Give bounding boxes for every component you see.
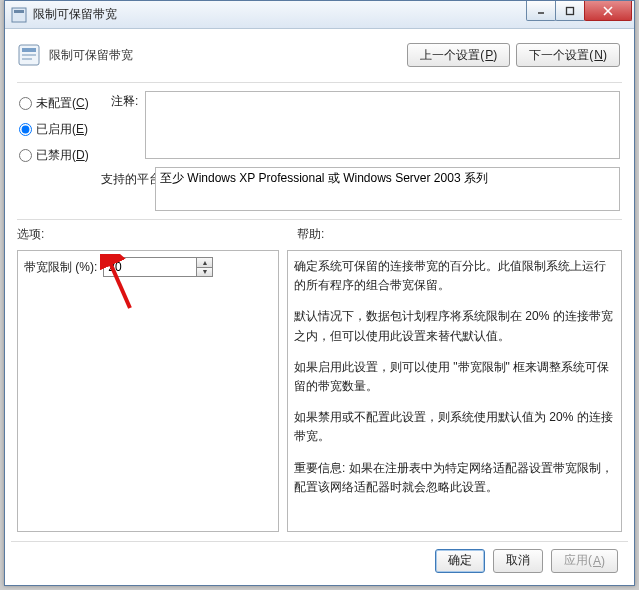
state-radio-group: 未配置(C) 已启用(E) 已禁用(D) <box>19 93 105 171</box>
bandwidth-limit-spinner[interactable]: ▲ ▼ <box>103 257 213 277</box>
comment-label: 注释: <box>111 93 138 110</box>
svg-rect-3 <box>567 7 574 14</box>
policy-icon <box>17 43 41 67</box>
maximize-button[interactable] <box>555 1 585 21</box>
dialog-footer: 确定 取消 应用(A) <box>11 541 628 579</box>
bandwidth-limit-input[interactable] <box>104 258 194 276</box>
help-p4: 如果禁用或不配置此设置，则系统使用默认值为 20% 的连接带宽。 <box>294 408 615 446</box>
help-p3: 如果启用此设置，则可以使用 "带宽限制" 框来调整系统可保留的带宽数量。 <box>294 358 615 396</box>
next-setting-button[interactable]: 下一个设置(N) <box>516 43 620 67</box>
help-p5: 重要信息: 如果在注册表中为特定网络适配器设置带宽限制，配置该网络适配器时就会忽… <box>294 459 615 497</box>
titlebar[interactable]: 限制可保留带宽 <box>5 1 634 29</box>
prev-setting-button[interactable]: 上一个设置(P) <box>407 43 510 67</box>
radio-not-configured[interactable]: 未配置(C) <box>19 93 105 113</box>
radio-disabled-input[interactable] <box>19 149 32 162</box>
radio-enabled[interactable]: 已启用(E) <box>19 119 105 139</box>
ok-button[interactable]: 确定 <box>435 549 485 573</box>
window-title: 限制可保留带宽 <box>33 6 117 23</box>
options-heading: 选项: <box>17 226 44 243</box>
svg-rect-1 <box>14 10 24 13</box>
radio-enabled-input[interactable] <box>19 123 32 136</box>
help-p2: 默认情况下，数据包计划程序将系统限制在 20% 的连接带宽之内，但可以使用此设置… <box>294 307 615 345</box>
radio-disabled[interactable]: 已禁用(D) <box>19 145 105 165</box>
page-title: 限制可保留带宽 <box>49 47 133 64</box>
cancel-button[interactable]: 取消 <box>493 549 543 573</box>
help-pane: 确定系统可保留的连接带宽的百分比。此值限制系统上运行的所有程序的组合带宽保留。 … <box>287 250 622 532</box>
help-p1: 确定系统可保留的连接带宽的百分比。此值限制系统上运行的所有程序的组合带宽保留。 <box>294 257 615 295</box>
options-pane: 带宽限制 (%): ▲ ▼ <box>17 250 279 532</box>
radio-not-configured-input[interactable] <box>19 97 32 110</box>
divider <box>17 219 622 220</box>
spinner-down-button[interactable]: ▼ <box>196 267 212 277</box>
bandwidth-limit-label: 带宽限制 (%): <box>24 259 97 276</box>
close-button[interactable] <box>584 1 632 21</box>
comment-textarea[interactable] <box>145 91 620 159</box>
supported-text: 至少 Windows XP Professional 或 Windows Ser… <box>155 167 620 211</box>
svg-rect-8 <box>22 54 36 56</box>
svg-rect-9 <box>22 58 32 60</box>
app-icon <box>11 7 27 23</box>
help-heading: 帮助: <box>297 226 324 243</box>
apply-button[interactable]: 应用(A) <box>551 549 618 573</box>
minimize-button[interactable] <box>526 1 556 21</box>
spinner-up-button[interactable]: ▲ <box>196 258 212 267</box>
svg-rect-7 <box>22 48 36 52</box>
